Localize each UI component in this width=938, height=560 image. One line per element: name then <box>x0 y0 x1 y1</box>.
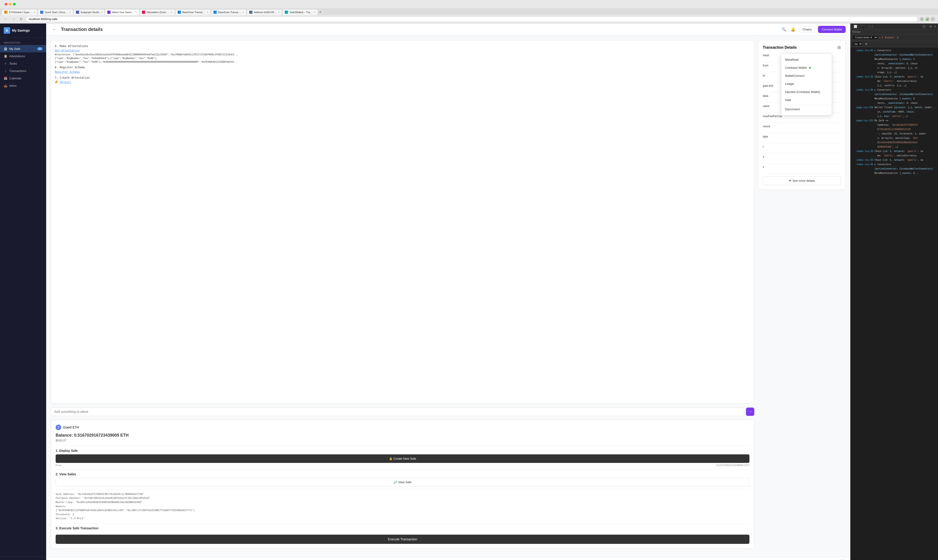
coinbase-connected-dot <box>809 67 811 69</box>
dropdown-item-disconnect[interactable]: Disconnect <box>781 105 832 113</box>
metamask-label: MetaMask <box>785 58 799 62</box>
dropdown-item-walletconnect[interactable]: WalletConnect <box>781 72 832 80</box>
walletconnect-label: WalletConnect <box>785 74 804 77</box>
ledger-label: Ledger <box>785 82 794 86</box>
dropdown-item-coinbase[interactable]: Coinbase Wallet <box>781 64 832 72</box>
safe-label: Safe <box>785 98 791 102</box>
wallet-dropdown: MetaMask Coinbase Wallet WalletConnect L… <box>781 54 832 115</box>
dropdown-item-injected[interactable]: Injected (Coinbase Wallet) <box>781 88 832 96</box>
coinbase-label: Coinbase Wallet <box>785 66 807 69</box>
injected-label: Injected (Coinbase Wallet) <box>785 90 820 94</box>
disconnect-label: Disconnect <box>785 108 800 111</box>
dropdown-item-metamask[interactable]: MetaMask <box>781 55 832 64</box>
dropdown-item-ledger[interactable]: Ledger <box>781 80 832 88</box>
dropdown-item-safe[interactable]: Safe <box>781 96 832 104</box>
